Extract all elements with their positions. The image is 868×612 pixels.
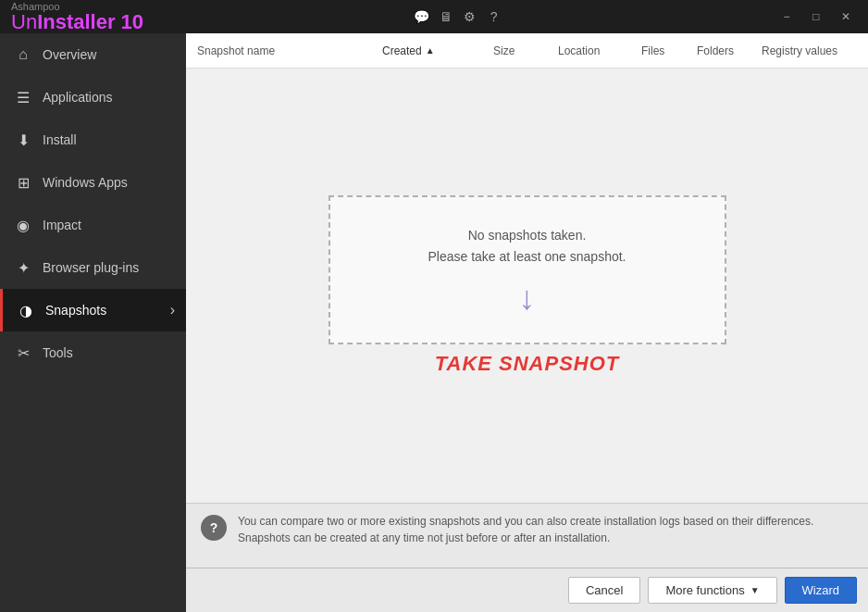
info-icon: ? [201, 515, 227, 541]
empty-state-text: No snapshots taken. Please take at least… [428, 225, 626, 267]
applications-icon: ☰ [15, 89, 31, 106]
sidebar-item-impact[interactable]: ◉ Impact [0, 204, 186, 246]
close-button[interactable]: ✕ [831, 4, 861, 30]
wizard-button[interactable]: Wizard [785, 577, 857, 604]
col-registry-values: Registry values [762, 44, 857, 57]
col-files: Files [641, 44, 697, 57]
browser-plugins-icon: ✦ [15, 259, 31, 276]
col-snapshot-name: Snapshot name [197, 44, 382, 57]
chat-icon[interactable]: 💬 [413, 7, 431, 26]
take-snapshot-button[interactable]: TAKE SNAPSHOT [435, 352, 620, 376]
sidebar-item-overview[interactable]: ⌂ Overview [0, 33, 186, 76]
titlebar: Ashampoo UnInstaller 10 💬 🖥 ⚙ ? − □ ✕ [0, 0, 868, 33]
titlebar-left: Ashampoo UnInstaller 10 [7, 1, 143, 32]
brand-block: Ashampoo UnInstaller 10 [7, 1, 143, 32]
titlebar-icons: 💬 🖥 ⚙ ? [413, 7, 503, 26]
snapshots-icon: ◑ [18, 302, 34, 318]
sidebar-item-label: Overview [43, 47, 96, 62]
main-layout: ⌂ Overview ☰ Applications ⬇ Install ⊞ Wi… [0, 33, 868, 612]
install-icon: ⬇ [15, 131, 31, 148]
col-location: Location [558, 44, 641, 57]
sidebar-item-label: Snapshots [45, 303, 106, 318]
sidebar-item-label: Windows Apps [43, 175, 128, 190]
content-body: No snapshots taken. Please take at least… [186, 69, 868, 503]
sidebar-item-tools[interactable]: ✂ Tools [0, 331, 186, 374]
sidebar-item-install[interactable]: ⬇ Install [0, 119, 186, 161]
impact-icon: ◉ [15, 217, 31, 233]
window-controls: − □ ✕ [772, 4, 861, 30]
bottom-bar: Cancel More functions ▼ Wizard [186, 568, 868, 612]
col-size: Size [493, 44, 558, 57]
content-area: Snapshot name Created ▲ Size Location Fi… [186, 33, 868, 612]
sidebar-item-snapshots[interactable]: ◑ Snapshots [0, 289, 186, 331]
minimize-button[interactable]: − [772, 4, 801, 30]
sidebar-item-windows-apps[interactable]: ⊞ Windows Apps [0, 161, 186, 204]
empty-state-box: No snapshots taken. Please take at least… [329, 195, 726, 344]
sidebar: ⌂ Overview ☰ Applications ⬇ Install ⊞ Wi… [0, 33, 186, 612]
sidebar-item-label: Impact [43, 218, 81, 232]
down-arrow-icon: ↓ [519, 281, 536, 315]
maximize-button[interactable]: □ [801, 4, 831, 30]
table-header: Snapshot name Created ▲ Size Location Fi… [186, 33, 868, 69]
overview-icon: ⌂ [15, 46, 31, 63]
windows-apps-icon: ⊞ [15, 174, 31, 191]
sidebar-item-label: Browser plug-ins [43, 260, 139, 275]
sidebar-item-label: Tools [43, 345, 73, 360]
tools-icon: ✂ [15, 344, 31, 361]
sidebar-item-applications[interactable]: ☰ Applications [0, 76, 186, 119]
col-created[interactable]: Created ▲ [382, 44, 493, 57]
app-title: UnInstaller 10 [11, 12, 143, 32]
more-functions-button[interactable]: More functions ▼ [648, 577, 776, 604]
help-icon[interactable]: ? [485, 7, 503, 26]
monitor-icon[interactable]: 🖥 [437, 7, 455, 26]
dropdown-arrow-icon: ▼ [750, 585, 760, 595]
col-folders: Folders [697, 44, 762, 57]
sidebar-item-label: Install [43, 132, 77, 147]
info-bar: ? You can compare two or more existing s… [186, 503, 868, 568]
sort-arrow-created: ▲ [426, 45, 435, 56]
sidebar-item-label: Applications [43, 90, 113, 105]
info-text: You can compare two or more existing sna… [238, 513, 853, 546]
sidebar-item-browser-plugins[interactable]: ✦ Browser plug-ins [0, 246, 186, 289]
gear-icon[interactable]: ⚙ [461, 7, 479, 26]
cancel-button[interactable]: Cancel [568, 577, 640, 604]
